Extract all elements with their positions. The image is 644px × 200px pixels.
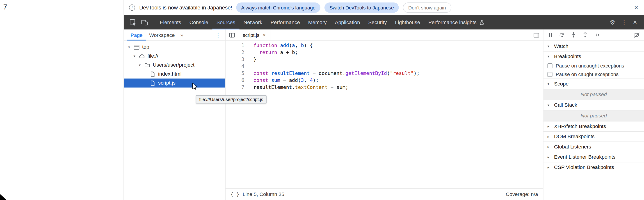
expanded-arrow-icon: ▾: [548, 44, 552, 48]
tab-label: Sources: [216, 19, 236, 25]
device-toolbar-icon[interactable]: [141, 19, 148, 26]
tree-item-file[interactable]: ▾file://: [124, 51, 225, 60]
line-number[interactable]: 7: [226, 84, 244, 91]
line-number[interactable]: 2: [226, 49, 244, 56]
tree-item-top[interactable]: ▾top: [124, 42, 225, 51]
tree-item-label: script.js: [158, 80, 176, 86]
tab-security[interactable]: Security: [364, 15, 391, 29]
tab-label: Performance: [270, 19, 300, 25]
line-number-gutter: 1234567: [226, 42, 248, 188]
devtools-close-icon[interactable]: ×: [630, 19, 640, 26]
section-event-listener-breakpoints[interactable]: ▸Event Listener Breakpoints: [543, 152, 644, 162]
code-token: b: [301, 42, 304, 48]
section-global-listeners[interactable]: ▸Global Listeners: [543, 142, 644, 152]
settings-gear-icon[interactable]: ⚙: [607, 19, 618, 25]
section-dom-breakpoints[interactable]: ▸DOM Breakpoints: [543, 131, 644, 142]
sources-panel: PageWorkspace » ⋮ ▾top▾file://▾Users/use…: [124, 29, 644, 200]
collapsed-arrow-icon: ▸: [548, 155, 552, 159]
code-token: }: [254, 56, 256, 62]
line-number[interactable]: 3: [226, 56, 244, 63]
navigator-tab-workspace[interactable]: Workspace: [146, 29, 178, 40]
tab-performance-insights[interactable]: Performance insights: [424, 15, 489, 29]
pause-script-icon[interactable]: [548, 32, 554, 38]
section-call-stack[interactable]: ▾Call Stack: [543, 100, 644, 110]
tab-label: Console: [189, 19, 208, 25]
pretty-print-icon[interactable]: { }: [230, 192, 240, 197]
step-out-icon[interactable]: [582, 32, 588, 38]
tab-overflow-chevron-icon[interactable]: »: [178, 32, 186, 38]
step-into-icon[interactable]: [570, 32, 577, 38]
tab-lighthouse[interactable]: Lighthouse: [391, 15, 424, 29]
toolbar-divider: [153, 19, 153, 26]
main-toolbar: ElementsConsoleSourcesNetworkPerformance…: [124, 15, 644, 29]
line-number[interactable]: 1: [226, 42, 244, 49]
debugger-pane: ▾Watch▾BreakpointsPause on uncaught exce…: [543, 29, 644, 200]
navigator-more-options-icon[interactable]: ⋮: [211, 32, 225, 38]
code-line: const resultElement = document.getElemen…: [254, 70, 420, 77]
inspect-element-icon[interactable]: [129, 19, 137, 26]
editor-tab-script-js[interactable]: script.js ×: [239, 29, 270, 40]
section-xhr-fetch-breakpoints[interactable]: ▸XHR/fetch Breakpoints: [543, 121, 644, 131]
checkbox-row-pause-on-caught-exceptions[interactable]: Pause on caught exceptions: [543, 70, 644, 78]
code-token: = sum;: [328, 84, 348, 90]
section-watch[interactable]: ▾Watch: [543, 41, 644, 51]
code-editor[interactable]: 1234567 function add(a, b) { return a + …: [226, 41, 543, 188]
navigator-pane: PageWorkspace » ⋮ ▾top▾file://▾Users/use…: [124, 29, 225, 200]
code-token: const: [254, 70, 268, 76]
code-token: ,: [295, 42, 301, 48]
code-token: resultElement.: [254, 84, 295, 90]
checkbox-label: Pause on caught exceptions: [556, 71, 618, 77]
code-token: resultElement: [271, 70, 310, 76]
infobar-actions: Always match Chrome's languageSwitch Dev…: [236, 2, 451, 12]
toggle-debugger-sidebar-icon[interactable]: [533, 32, 540, 38]
section-label: Event Listener Breakpoints: [554, 154, 616, 160]
section-label: Call Stack: [554, 102, 577, 108]
code-token: "result": [390, 70, 414, 76]
navigator-tab-page[interactable]: Page: [127, 29, 146, 40]
checkbox-row-pause-on-uncaught-exceptions[interactable]: Pause on uncaught exceptions: [543, 61, 644, 70]
section-breakpoints[interactable]: ▾Breakpoints: [543, 51, 644, 61]
step-icon[interactable]: [594, 32, 600, 38]
toolbar-right-controls: ⚙ ⋮ ×: [607, 19, 640, 26]
coverage-status: Coverage: n/a: [506, 192, 538, 197]
code-token: sum: [271, 77, 280, 83]
tab-close-icon[interactable]: ×: [263, 32, 266, 38]
code-token: [268, 70, 271, 76]
tab-memory[interactable]: Memory: [304, 15, 331, 29]
tree-item-users-user-project[interactable]: ▾Users/user/project: [124, 60, 225, 69]
tab-network[interactable]: Network: [239, 15, 266, 29]
expanded-arrow-icon: ▾: [548, 103, 552, 107]
don-t-show-again-button[interactable]: Don't show again: [403, 2, 451, 12]
switch-devtools-to-japanese-button[interactable]: Switch DevTools to Japanese: [324, 2, 398, 12]
toggle-navigator-icon[interactable]: [229, 32, 235, 38]
code-line: const sum = add(3, 4);: [254, 77, 420, 84]
always-match-chrome-s-language-button[interactable]: Always match Chrome's language: [236, 2, 320, 12]
tab-sources[interactable]: Sources: [212, 15, 239, 29]
expanded-arrow-icon: ▾: [548, 82, 552, 86]
line-number[interactable]: 5: [226, 70, 244, 77]
line-number[interactable]: 6: [226, 77, 244, 84]
code-lines: function add(a, b) { return a + b;}const…: [248, 42, 420, 188]
step-over-icon[interactable]: [559, 32, 565, 38]
code-token: (: [387, 70, 390, 76]
section-scope[interactable]: ▾Scope: [543, 78, 644, 89]
infobar-close-icon[interactable]: ×: [634, 4, 638, 11]
code-token: return: [259, 49, 277, 55]
tab-elements[interactable]: Elements: [156, 15, 185, 29]
line-number[interactable]: 4: [226, 63, 244, 70]
section-csp-violation-breakpoints[interactable]: ▸CSP Violation Breakpoints: [543, 162, 644, 172]
tab-application[interactable]: Application: [331, 15, 364, 29]
tab-console[interactable]: Console: [185, 15, 212, 29]
checkbox-unchecked[interactable]: [548, 72, 552, 77]
code-line: [254, 63, 420, 70]
language-infobar: i DevTools is now available in Japanese!…: [124, 0, 644, 15]
file-icon: [150, 71, 156, 77]
section-label: XHR/fetch Breakpoints: [554, 124, 606, 129]
tree-item-index-html[interactable]: index.html: [124, 69, 225, 78]
tab-label: Network: [244, 19, 262, 25]
more-options-icon[interactable]: ⋮: [618, 19, 630, 25]
tab-performance[interactable]: Performance: [266, 15, 304, 29]
tree-item-script-js[interactable]: script.js: [124, 78, 225, 87]
checkbox-unchecked[interactable]: [548, 63, 552, 68]
deactivate-breakpoints-icon[interactable]: [634, 32, 640, 38]
